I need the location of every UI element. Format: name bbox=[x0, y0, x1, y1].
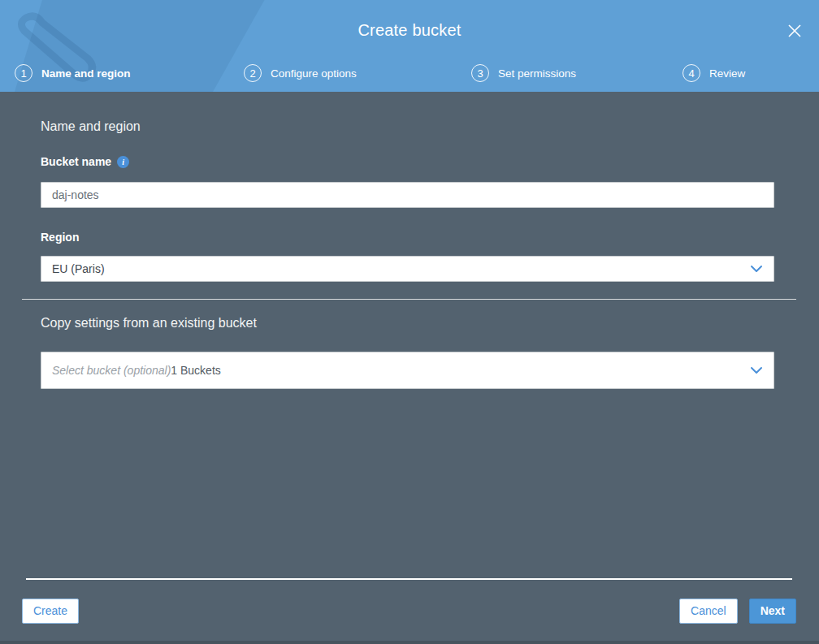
cancel-button[interactable]: Cancel bbox=[679, 599, 738, 624]
step-set-permissions[interactable]: 3 Set permissions bbox=[471, 63, 576, 84]
bottom-edge-strip bbox=[0, 641, 819, 644]
next-button[interactable]: Next bbox=[749, 599, 796, 624]
region-selected-value: EU (Paris) bbox=[52, 262, 743, 275]
bucket-name-label: Bucket name i bbox=[41, 155, 129, 168]
modal-title: Create bucket bbox=[0, 21, 819, 40]
footer-divider bbox=[26, 578, 792, 580]
step-1-label: Name and region bbox=[41, 67, 131, 80]
section-heading-name-and-region: Name and region bbox=[41, 119, 141, 134]
region-select[interactable]: EU (Paris) bbox=[41, 256, 774, 282]
modal-header: Create bucket 1 Name and region 2 Config… bbox=[0, 0, 819, 92]
step-1-circle: 1 bbox=[15, 64, 32, 82]
step-name-and-region[interactable]: 1 Name and region bbox=[15, 63, 131, 84]
modal-footer: Create Cancel Next bbox=[22, 598, 796, 624]
step-3-circle: 3 bbox=[471, 64, 489, 82]
step-2-label: Configure options bbox=[271, 67, 357, 80]
close-icon[interactable] bbox=[783, 19, 806, 42]
step-2-circle: 2 bbox=[244, 64, 262, 82]
chevron-down-icon bbox=[750, 265, 763, 273]
step-3-label: Set permissions bbox=[498, 67, 576, 80]
chevron-down-icon bbox=[750, 366, 763, 374]
copy-settings-select[interactable]: Select bucket (optional)1 Buckets bbox=[41, 352, 774, 389]
step-review[interactable]: 4 Review bbox=[682, 63, 745, 84]
create-button[interactable]: Create bbox=[22, 599, 79, 624]
step-indicator: 1 Name and region 2 Configure options 3 … bbox=[0, 63, 819, 84]
modal-body: Name and region Bucket name i Region EU … bbox=[0, 92, 819, 644]
region-label: Region bbox=[41, 231, 79, 244]
section-divider bbox=[22, 299, 796, 300]
step-4-label: Review bbox=[709, 67, 745, 80]
step-4-circle: 4 bbox=[682, 64, 700, 82]
info-icon[interactable]: i bbox=[117, 156, 129, 168]
create-bucket-modal: Create bucket 1 Name and region 2 Config… bbox=[0, 0, 819, 644]
copy-settings-bucket-count: 1 Buckets bbox=[171, 364, 220, 377]
copy-settings-placeholder: Select bucket (optional) bbox=[52, 364, 171, 377]
copy-settings-heading: Copy settings from an existing bucket bbox=[41, 316, 257, 331]
copy-settings-value: Select bucket (optional)1 Buckets bbox=[52, 364, 743, 377]
step-configure-options[interactable]: 2 Configure options bbox=[244, 63, 357, 84]
bucket-name-input[interactable] bbox=[41, 182, 774, 208]
footer-right-buttons: Cancel Next bbox=[679, 599, 796, 624]
